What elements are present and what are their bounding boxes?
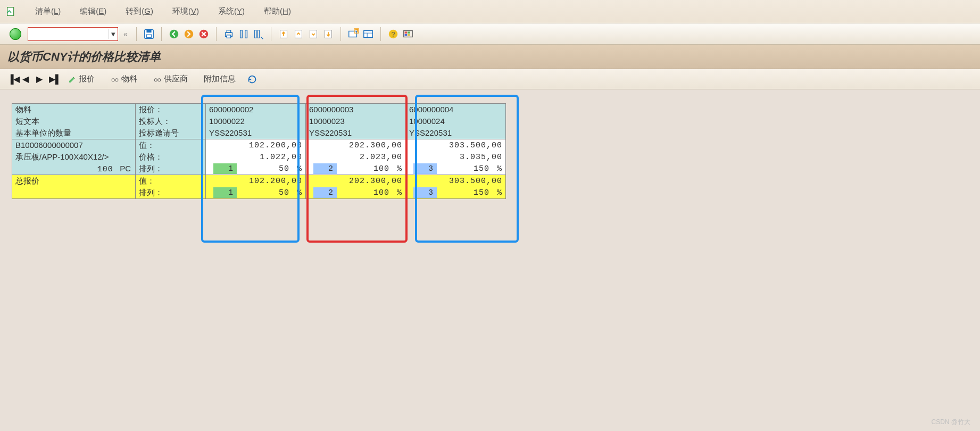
svg-rect-12 — [254, 30, 256, 38]
separator — [216, 27, 217, 41]
svg-point-5 — [185, 29, 194, 38]
quote2-values: 202.300,00 2.023,00 2 100 % — [306, 139, 406, 175]
label-value: 值： — [136, 139, 205, 151]
percent-sign: % — [492, 188, 502, 197]
command-input[interactable] — [28, 28, 108, 40]
quote1-pct: 50 — [279, 164, 289, 173]
quote1-total: 102.200,00 1 50 % — [206, 175, 306, 199]
prev-page-icon[interactable] — [293, 28, 304, 40]
nav-prev-icon[interactable]: ◀ — [21, 74, 30, 84]
quote2-header: 6000000003 10000023 YSS220531 — [306, 104, 406, 139]
first-page-icon[interactable] — [278, 28, 289, 40]
quote1-values: 102.200,00 1.022,00 1 50 % — [206, 139, 306, 175]
svg-point-31 — [115, 78, 118, 81]
refresh-icon[interactable] — [246, 73, 258, 85]
back-icon[interactable] — [168, 28, 180, 40]
command-field[interactable]: ▾ — [28, 27, 118, 41]
quote-button[interactable]: 报价 — [63, 72, 100, 86]
value-labels: 值： 价格： 排列： — [136, 139, 206, 175]
quote3-pct: 150 — [474, 164, 489, 173]
label-quote: 报价： — [136, 104, 205, 115]
extra-info-button[interactable]: 附加信息 — [198, 72, 241, 86]
quote3-rank-row: 3 150 % — [406, 163, 505, 175]
label-bidder: 投标人： — [136, 115, 205, 127]
nav-first-icon[interactable]: ▐◀ — [7, 74, 16, 84]
quote2-rank: 2 — [313, 163, 337, 174]
label-price: 价格： — [136, 151, 205, 163]
svg-rect-2 — [146, 29, 151, 32]
quote2-rank-row: 2 100 % — [306, 163, 405, 175]
svg-point-32 — [154, 78, 157, 81]
print-icon[interactable] — [223, 28, 235, 40]
find-next-icon[interactable] — [253, 28, 264, 40]
svg-point-30 — [112, 78, 114, 81]
quote1-rfq: YSS220531 — [206, 127, 305, 139]
separator — [136, 27, 137, 41]
svg-text:?: ? — [391, 30, 395, 38]
svg-rect-26 — [404, 31, 407, 34]
layout-icon[interactable] — [362, 28, 374, 40]
header-material-col: 物料 短文本 基本单位的数量 — [12, 104, 136, 139]
document-icon[interactable] — [5, 6, 17, 18]
percent-sign: % — [392, 164, 402, 173]
nav-next-icon[interactable]: ▶ — [35, 74, 44, 84]
svg-rect-11 — [245, 30, 247, 38]
label-total: 总报价 — [12, 175, 135, 187]
help-icon[interactable]: ? — [387, 28, 399, 40]
material-button[interactable]: 物料 — [105, 72, 143, 86]
quote1-price: 1.022,00 — [206, 151, 305, 163]
exit-icon[interactable] — [183, 28, 195, 40]
header-labels-col: 报价： 投标人： 投标邀请号 — [136, 104, 206, 139]
svg-rect-16 — [310, 30, 317, 38]
svg-rect-10 — [240, 30, 242, 38]
percent-sign: % — [292, 164, 302, 173]
menu-list[interactable]: 清单(L) — [26, 3, 70, 20]
separator — [161, 27, 162, 41]
nav-last-icon[interactable]: ▶▌ — [49, 74, 57, 84]
menu-system[interactable]: 系统(Y) — [209, 3, 254, 20]
new-session-icon[interactable] — [347, 28, 359, 40]
enter-icon[interactable] — [10, 28, 21, 40]
quote3-total: 303.500,00 3 150 % — [406, 175, 506, 199]
label-baseqty: 基本单位的数量 — [12, 127, 135, 139]
app-toolbar: ▐◀ ◀ ▶ ▶▌ 报价 物料 供应商 附加信息 — [0, 69, 980, 89]
quote3-number: 6000000004 — [406, 104, 505, 115]
quote1-total-rank-row: 1 50 % — [206, 187, 305, 198]
quote1-total-rank: 1 — [213, 187, 237, 198]
quote3-header: 6000000004 10000024 YSS220531 — [406, 104, 506, 139]
pencil-icon — [68, 75, 77, 84]
chevron-down-icon[interactable]: ▾ — [108, 29, 118, 39]
label-rank2: 排列： — [136, 187, 205, 198]
svg-rect-18 — [349, 31, 357, 37]
page-title: 以货币CNY计的价格比较清单 — [0, 45, 980, 69]
quote2-rfq: YSS220531 — [306, 127, 405, 139]
quote2-value: 202.300,00 — [306, 139, 405, 151]
cancel-icon[interactable] — [198, 28, 210, 40]
glasses-icon — [153, 75, 162, 84]
total-label-cell: 总报价 — [12, 175, 136, 199]
customize-icon[interactable] — [402, 28, 414, 40]
svg-rect-20 — [364, 30, 373, 37]
label-value2: 值： — [136, 175, 205, 187]
find-icon[interactable] — [238, 28, 250, 40]
quote1-total-value: 102.200,00 — [206, 175, 305, 187]
label-shorttext: 短文本 — [12, 115, 135, 127]
quote3-total-rank: 3 — [413, 187, 437, 198]
menu-help[interactable]: 帮助(H) — [254, 3, 301, 20]
menu-goto[interactable]: 转到(G) — [116, 3, 163, 20]
guillemet-icon[interactable]: « — [121, 30, 130, 38]
quote1-bidder: 10000022 — [206, 115, 305, 127]
quote1-rank-row: 1 50 % — [206, 163, 305, 175]
save-icon[interactable] — [143, 28, 155, 40]
next-page-icon[interactable] — [308, 28, 319, 40]
menu-env[interactable]: 环境(V) — [163, 3, 209, 20]
menu-edit[interactable]: 编辑(E) — [70, 3, 116, 20]
quote3-values: 303.500,00 3.035,00 3 150 % — [406, 139, 506, 175]
last-page-icon[interactable] — [322, 28, 334, 40]
quote3-value: 303.500,00 — [406, 139, 505, 151]
material-info: B10006000000007 承压板/APP-100X40X12/> 100 … — [12, 139, 136, 175]
quote1-number: 6000000002 — [206, 104, 305, 115]
percent-sign: % — [492, 164, 502, 173]
vendor-button[interactable]: 供应商 — [148, 72, 193, 86]
quote3-rank: 3 — [413, 163, 437, 174]
